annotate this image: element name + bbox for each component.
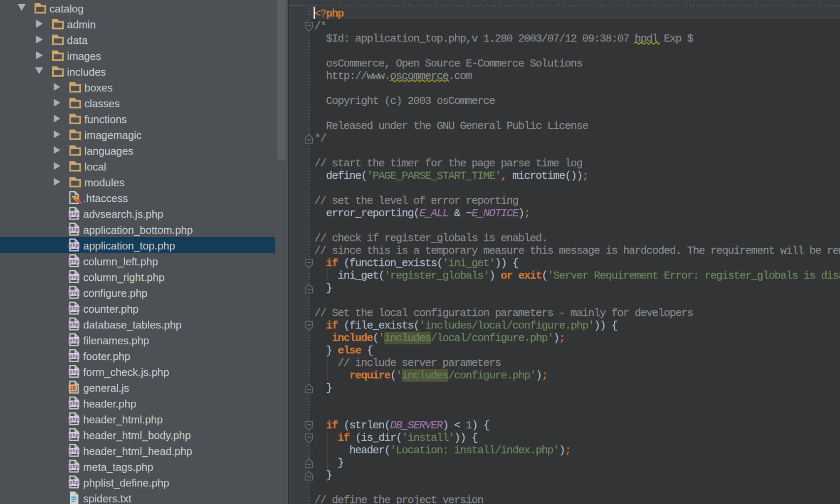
svg-text:php: php [69,432,79,438]
svg-text:php: php [69,242,79,248]
svg-text:php: php [69,353,79,359]
svg-text:php: php [69,479,79,485]
svg-text:php: php [69,211,79,217]
svg-text:php: php [69,274,79,280]
svg-text:php: php [69,258,79,264]
svg-text:php: php [69,400,79,406]
svg-text:php: php [69,290,79,296]
svg-text:php: php [69,464,79,469]
svg-text:php: php [69,227,79,232]
svg-text:php: php [69,448,79,454]
svg-text:php: php [69,416,79,422]
svg-text:php: php [69,306,79,311]
svg-text:php: php [69,337,79,343]
svg-text:php: php [69,369,79,375]
svg-text:php: php [69,321,79,327]
svg-text:JS: JS [70,385,76,391]
